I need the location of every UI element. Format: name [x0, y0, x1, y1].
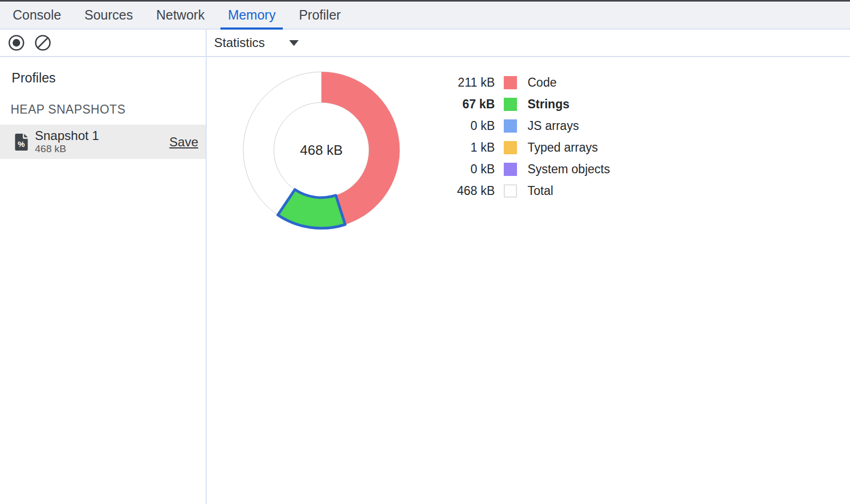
- legend-label: Strings: [528, 97, 569, 111]
- tab-sources[interactable]: Sources: [77, 2, 141, 29]
- clear-profiles-button[interactable]: [34, 34, 52, 52]
- profiles-sidebar: Profiles HEAP SNAPSHOTS % Snapshot 1 468…: [0, 57, 206, 504]
- legend-swatch-total: [504, 184, 517, 198]
- clear-icon: [34, 34, 52, 52]
- legend-row-strings[interactable]: 67 kB Strings: [449, 94, 610, 115]
- legend-value: 211 kB: [449, 76, 495, 90]
- legend-row-code[interactable]: 211 kB Code: [449, 72, 610, 94]
- svg-text:%: %: [18, 139, 25, 148]
- legend-row-total[interactable]: 468 kB Total: [449, 180, 610, 202]
- legend-value: 0 kB: [449, 162, 495, 176]
- record-icon: [7, 34, 25, 52]
- legend-value: 67 kB: [449, 97, 495, 111]
- heap-snapshot-file-icon: %: [14, 133, 29, 151]
- donut-center-total: 468 kB: [300, 142, 343, 158]
- heap-snapshots-section-title: HEAP SNAPSHOTS: [11, 102, 206, 117]
- legend-label: Code: [528, 76, 557, 90]
- legend-row-js-arrays[interactable]: 0 kB JS arrays: [449, 115, 610, 137]
- legend-swatch-code: [504, 76, 517, 89]
- tab-memory[interactable]: Memory: [220, 2, 283, 29]
- legend-label: System objects: [528, 162, 610, 176]
- devtools-tabbar: Console Sources Network Memory Profiler: [0, 2, 850, 30]
- chevron-down-icon: [289, 40, 299, 46]
- legend-row-typed-arrays[interactable]: 1 kB Typed arrays: [449, 137, 610, 158]
- toolbar: Statistics: [0, 30, 850, 57]
- statistics-view: 468 kB 211 kB Code 67 kB Strings 0 kB JS…: [207, 57, 850, 504]
- perspective-select-label: Statistics: [214, 35, 265, 50]
- snapshot-text: Snapshot 1 468 kB: [35, 129, 99, 155]
- legend-label: Typed arrays: [528, 141, 598, 155]
- legend-swatch-strings: [504, 98, 517, 111]
- tab-memory-label: Memory: [228, 7, 275, 23]
- legend-value: 0 kB: [449, 119, 495, 133]
- legend-label: Total: [528, 184, 553, 198]
- chart-legend: 211 kB Code 67 kB Strings 0 kB JS arrays…: [449, 72, 610, 202]
- tab-console[interactable]: Console: [5, 2, 69, 29]
- tab-sources-label: Sources: [85, 7, 133, 23]
- save-snapshot-link[interactable]: Save: [169, 135, 199, 150]
- tab-console-label: Console: [13, 7, 61, 23]
- legend-value: 1 kB: [449, 141, 495, 155]
- record-heap-snapshot-button[interactable]: [7, 34, 25, 52]
- legend-value: 468 kB: [449, 184, 495, 198]
- tab-network[interactable]: Network: [149, 2, 212, 29]
- donut-segment-strings[interactable]: [278, 190, 345, 228]
- legend-swatch-js-arrays: [504, 119, 517, 133]
- heap-donut-chart: 468 kB: [237, 66, 406, 235]
- perspective-select[interactable]: Statistics: [214, 30, 299, 56]
- legend-swatch-system-objects: [504, 163, 517, 176]
- legend-swatch-typed-arrays: [504, 141, 517, 154]
- snapshot-size: 468 kB: [35, 144, 99, 155]
- snapshot-list-item[interactable]: % Snapshot 1 468 kB Save: [0, 125, 206, 159]
- snapshot-name: Snapshot 1: [35, 129, 99, 143]
- tab-profiler[interactable]: Profiler: [291, 2, 348, 29]
- toolbar-left: [7, 30, 52, 56]
- legend-label: JS arrays: [528, 119, 579, 133]
- legend-row-system-objects[interactable]: 0 kB System objects: [449, 158, 610, 180]
- tab-profiler-label: Profiler: [299, 7, 340, 23]
- tab-network-label: Network: [156, 7, 205, 23]
- profiles-title: Profiles: [12, 70, 206, 86]
